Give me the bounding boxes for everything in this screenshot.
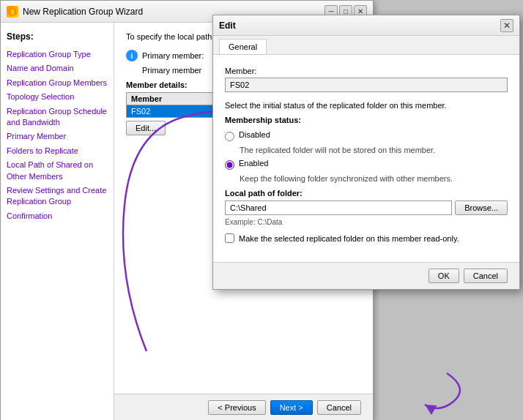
dialog-tabs: General (213, 36, 519, 55)
wizard-footer: < Previous Next > Cancel (114, 394, 373, 420)
sidebar-item-replication-group-type[interactable]: Replication Group Type (7, 48, 108, 61)
sidebar-item-confirmation[interactable]: Confirmation (7, 209, 108, 223)
disabled-label: Disabled (239, 130, 270, 139)
edit-button[interactable]: Edit... (126, 121, 166, 135)
sidebar-header: Steps: (7, 31, 108, 42)
cancel-button[interactable]: Cancel (317, 400, 361, 415)
enabled-desc: Keep the following folder synchronized w… (240, 174, 508, 183)
local-path-label: Local path of folder: (225, 189, 508, 198)
member-input[interactable] (225, 78, 508, 92)
enabled-radio[interactable] (225, 160, 234, 170)
member-form-group: Member: (225, 67, 508, 92)
local-path-input[interactable] (225, 200, 452, 215)
edit-dialog: Edit ✕ General Member: Select the initia… (212, 15, 520, 290)
sidebar-item-primary-member[interactable]: Primary Member (7, 130, 108, 143)
disabled-desc: The replicated folder will not be stored… (240, 146, 508, 154)
primary-member-value: Primary member (142, 66, 201, 75)
dialog-footer: OK Cancel (213, 262, 519, 289)
disabled-radio-row: Disabled (225, 130, 508, 141)
sidebar-item-name-domain[interactable]: Name and Domain (7, 61, 108, 75)
readonly-checkbox[interactable] (225, 233, 234, 243)
dialog-titlebar: Edit ✕ (213, 15, 519, 36)
tab-general[interactable]: General (219, 39, 267, 54)
sidebar-item-topology[interactable]: Topology Selection (7, 90, 108, 104)
wizard-icon (7, 6, 18, 18)
primary-member-label: Primary member: (142, 51, 204, 60)
status-text: Select the initial status of the replica… (225, 101, 508, 110)
svg-rect-2 (11, 12, 14, 15)
wizard-sidebar: Steps: Replication Group Type Name and D… (1, 23, 114, 420)
radio-group: Disabled The replicated folder will not … (225, 130, 508, 183)
example-text: Example: C:\Data (225, 218, 508, 226)
enabled-label: Enabled (239, 159, 268, 168)
enabled-radio-row: Enabled (225, 159, 508, 170)
membership-label: Membership status: (225, 116, 508, 124)
browse-button[interactable]: Browse... (455, 200, 508, 215)
info-icon: i (126, 50, 138, 61)
dialog-title: Edit (219, 20, 500, 31)
dialog-close-button[interactable]: ✕ (500, 19, 513, 32)
sidebar-item-schedule[interactable]: Replication Group Schedule and Bandwidth (7, 105, 108, 130)
previous-button[interactable]: < Previous (208, 400, 265, 415)
sidebar-item-folders[interactable]: Folders to Replicate (7, 144, 108, 158)
dialog-ok-button[interactable]: OK (429, 269, 459, 283)
readonly-checkbox-row: Make the selected replicated folder on t… (225, 233, 508, 243)
disabled-radio[interactable] (225, 132, 234, 141)
sidebar-item-local-path[interactable]: Local Path of Shared on Other Members (7, 158, 108, 184)
sidebar-item-members[interactable]: Replication Group Members (7, 76, 108, 90)
readonly-label: Make the selected replicated folder on t… (239, 234, 459, 243)
member-label: Member: (225, 67, 508, 75)
path-row: Browse... (225, 200, 508, 215)
dialog-body: Member: Select the initial status of the… (213, 55, 519, 262)
dialog-cancel-button[interactable]: Cancel (464, 269, 508, 283)
next-button[interactable]: Next > (270, 400, 313, 415)
sidebar-item-review[interactable]: Review Settings and Create Replication G… (7, 184, 108, 209)
